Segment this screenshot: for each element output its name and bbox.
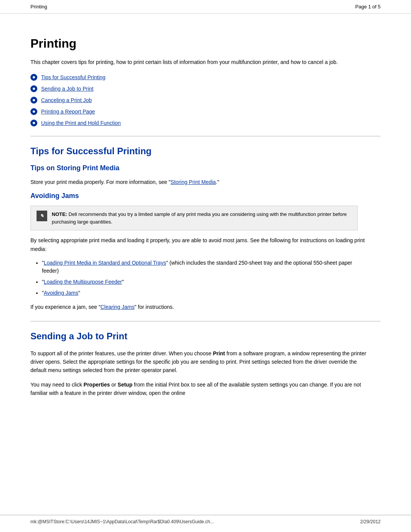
section-divider: [30, 136, 381, 136]
toc-link-hold[interactable]: Using the Print and Hold Function: [41, 120, 121, 126]
toc-link-report[interactable]: Printing a Report Page: [41, 109, 95, 115]
note-body: Dell recommends that you try a limited s…: [52, 211, 347, 225]
note-box: ✎ NOTE: Dell recommends that you try a l…: [30, 206, 358, 230]
toc-bullet-icon: [30, 85, 37, 92]
avoiding-jams-link[interactable]: Avoiding Jams: [44, 290, 78, 296]
clearing-jams-link[interactable]: Clearing Jams: [100, 304, 134, 310]
page-footer: mk:@MSITStore:C:\Users\14JMIS~1\AppData\…: [0, 515, 411, 524]
note-label: NOTE:: [52, 211, 67, 217]
avoiding-jams-subsection-title: Avoiding Jams: [30, 192, 381, 200]
list-item: Using the Print and Hold Function: [30, 120, 381, 126]
sending-body-1: To support all of the printer features, …: [30, 349, 373, 375]
storing-body-text: Store your print media properly. For mor…: [30, 178, 373, 186]
toc-bullet-icon: [30, 97, 37, 104]
avoiding-jams-body: By selecting appropriate print media and…: [30, 236, 373, 253]
page-title: Printing: [30, 37, 381, 51]
header-left: Printing: [30, 4, 47, 10]
storing-subsection-title: Tips on Storing Print Media: [30, 164, 381, 172]
loading-standard-link[interactable]: Loading Print Media in Standard and Opti…: [44, 260, 166, 266]
section-divider-2: [30, 321, 381, 321]
intro-paragraph: This chapter covers tips for printing, h…: [30, 58, 358, 66]
sending-section-title: Sending a Job to Print: [30, 331, 381, 342]
bold-properties: Properties: [84, 382, 110, 388]
loading-multipurpose-link[interactable]: Loading the Multipurpose Feeder: [44, 279, 122, 285]
note-text: NOTE: Dell recommends that you try a lim…: [52, 211, 352, 225]
toc-bullet-icon: [30, 108, 37, 115]
list-item: Printing a Report Page: [30, 108, 381, 115]
storing-link[interactable]: Storing Print Media: [170, 179, 216, 185]
table-of-contents: Tips for Successful Printing Sending a J…: [30, 74, 381, 126]
clearing-jams-text: If you experience a jam, see "Clearing J…: [30, 303, 373, 311]
toc-bullet-icon: [30, 74, 37, 81]
tips-section: Tips for Successful Printing Tips on Sto…: [30, 146, 381, 312]
list-item: "Loading Print Media in Standard and Opt…: [42, 259, 369, 275]
toc-link-sending[interactable]: Sending a Job to Print: [41, 86, 94, 92]
list-item: "Loading the Multipurpose Feeder": [42, 278, 369, 286]
header-right: Page 1 of 5: [355, 4, 381, 10]
toc-bullet-icon: [30, 120, 37, 126]
list-item: Canceling a Print Job: [30, 97, 381, 104]
footer-right: 2/29/2012: [360, 519, 381, 524]
footer-left: mk:@MSITStore:C:\Users\14JMIS~1\AppData\…: [30, 519, 214, 524]
toc-link-canceling[interactable]: Canceling a Print Job: [41, 97, 92, 103]
toc-link-tips[interactable]: Tips for Successful Printing: [41, 74, 105, 80]
list-item: Sending a Job to Print: [30, 85, 381, 92]
sending-body-2: You may need to click Properties or Setu…: [30, 380, 373, 398]
list-item: "Avoiding Jams": [42, 289, 369, 297]
bold-print: Print: [213, 350, 225, 356]
tips-section-title: Tips for Successful Printing: [30, 146, 381, 157]
note-icon: ✎: [37, 211, 47, 221]
bold-setup: Setup: [118, 382, 132, 388]
list-item: Tips for Successful Printing: [30, 74, 381, 81]
sending-section: Sending a Job to Print To support all of…: [30, 331, 381, 398]
jams-list: "Loading Print Media in Standard and Opt…: [42, 259, 381, 297]
